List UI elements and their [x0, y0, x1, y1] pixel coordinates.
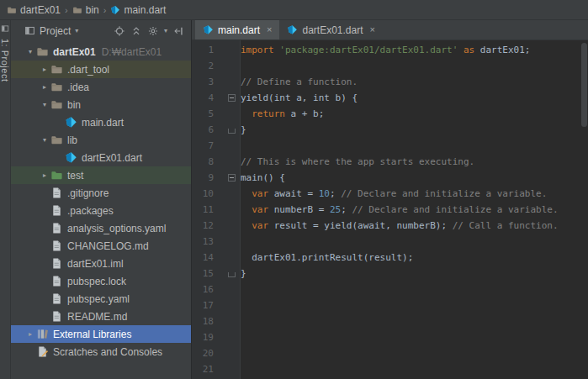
- code-line-19[interactable]: 19: [192, 329, 588, 345]
- tree-item-External Libraries[interactable]: ▸External Libraries: [11, 325, 191, 343]
- close-tab-icon[interactable]: ×: [370, 25, 375, 34]
- file-icon: [50, 310, 63, 323]
- token: dartEx01;: [474, 45, 530, 55]
- code-text: // This is where the app starts executin…: [241, 154, 474, 170]
- tree-item-analysis_options.yaml[interactable]: analysis_options.yaml: [11, 219, 191, 237]
- gear-icon[interactable]: [147, 25, 159, 37]
- tree-item-main.dart[interactable]: main.dart: [11, 113, 191, 131]
- code-line-16[interactable]: 16: [192, 282, 588, 297]
- expand-arrow-icon[interactable]: ▾: [24, 48, 36, 55]
- code-area[interactable]: 1import 'package:dartEx01/dartEx01.dart'…: [192, 40, 588, 377]
- project-view-selector[interactable]: Project ▾: [24, 25, 78, 37]
- breadcrumb-separator-icon: ›: [65, 5, 68, 15]
- expand-arrow-icon[interactable]: ▸: [24, 330, 36, 338]
- fold-marker[interactable]: [214, 90, 241, 106]
- folder-test-icon: [50, 169, 63, 182]
- token: [241, 204, 252, 215]
- scrollbar-thumb[interactable]: [581, 43, 587, 127]
- code-line-3[interactable]: 3// Define a function.: [192, 74, 588, 90]
- tree-item-.packages[interactable]: .packages: [11, 202, 191, 219]
- file-icon: [50, 187, 63, 199]
- tree-item-.idea[interactable]: ▸.idea: [11, 78, 191, 96]
- code-line-5[interactable]: 5 return a + b;: [192, 106, 588, 122]
- code-line-20[interactable]: 20: [192, 345, 588, 361]
- code-line-13[interactable]: 13: [192, 234, 588, 250]
- tree-item-label: lib: [67, 134, 77, 146]
- project-view-icon: [24, 25, 35, 36]
- close-tab-icon[interactable]: ×: [267, 25, 272, 34]
- line-number: 15: [192, 266, 214, 282]
- file-icon: [50, 240, 63, 252]
- tree-item-.gitignore[interactable]: .gitignore: [11, 184, 191, 202]
- line-number: 16: [192, 282, 214, 297]
- code-line-4[interactable]: 4yield(int a, int b) {: [192, 90, 588, 106]
- code-line-15[interactable]: 15}: [192, 266, 588, 282]
- dart-icon: [65, 116, 77, 129]
- code-line-17[interactable]: 17: [192, 297, 588, 313]
- breadcrumb-item-main.dart[interactable]: main.dart: [110, 4, 166, 16]
- code-line-14[interactable]: 14 dartEx01.printResult(result);: [192, 250, 588, 266]
- tree-item-CHANGELOG.md[interactable]: CHANGELOG.md: [11, 237, 191, 255]
- breadcrumb-label: bin: [86, 4, 99, 16]
- fold-marker[interactable]: [214, 122, 241, 138]
- code-line-11[interactable]: 11 var numberB = 25; // Declare and init…: [192, 202, 588, 218]
- code-line-2[interactable]: 2: [192, 58, 588, 74]
- token: [241, 108, 252, 119]
- token: [241, 220, 252, 231]
- code-line-1[interactable]: 1import 'package:dartEx01/dartEx01.dart'…: [192, 42, 588, 58]
- tab-label: main.dart: [218, 24, 260, 36]
- breadcrumb-item-bin[interactable]: bin: [72, 4, 99, 16]
- editor-scrollbar[interactable]: [580, 40, 588, 379]
- tab-dartEx01.dart[interactable]: dartEx01.dart×: [279, 20, 382, 39]
- expand-arrow-icon[interactable]: ▾: [39, 101, 50, 108]
- fold-marker[interactable]: [214, 170, 241, 186]
- tree-item-README.md[interactable]: README.md: [11, 308, 191, 325]
- breadcrumb-item-dartEx01[interactable]: dartEx01: [7, 4, 61, 16]
- project-view-label: Project: [40, 25, 71, 37]
- tree-item-label: test: [67, 170, 83, 182]
- fold-gutter: [214, 218, 241, 234]
- fold-gutter: [214, 345, 241, 361]
- code-line-8[interactable]: 8// This is where the app starts executi…: [192, 154, 588, 170]
- collapse-all-icon[interactable]: [130, 25, 142, 37]
- tree-item-dartEx01[interactable]: ▾dartEx01D:₩dartEx01: [11, 43, 191, 61]
- tree-item-bin[interactable]: ▾bin: [11, 96, 191, 113]
- tree-item-lib[interactable]: ▾lib: [11, 131, 191, 149]
- tool-stripe-project-button[interactable]: 1: Project: [0, 39, 10, 82]
- code-line-18[interactable]: 18: [192, 313, 588, 329]
- editor-body: 1import 'package:dartEx01/dartEx01.dart'…: [192, 40, 588, 379]
- tree-item-dartEx01.iml[interactable]: dartEx01.iml: [11, 255, 191, 272]
- code-line-6[interactable]: 6}: [192, 122, 588, 138]
- hide-panel-icon[interactable]: [172, 25, 184, 37]
- expand-arrow-icon[interactable]: ▸: [39, 83, 50, 91]
- line-number: 14: [192, 250, 214, 266]
- line-number: 10: [192, 186, 214, 202]
- expand-arrow-icon[interactable]: ▸: [39, 66, 50, 73]
- main-area: 1: Project Project ▾ ▾ ▾dartEx01D:₩dartE…: [0, 20, 588, 379]
- tab-main.dart[interactable]: main.dart×: [195, 20, 279, 39]
- tree-item-dartEx01.dart[interactable]: dartEx01.dart: [11, 149, 191, 166]
- scratch-icon: [36, 345, 49, 358]
- token: a + b;: [285, 108, 324, 119]
- expand-arrow-icon[interactable]: ▸: [39, 171, 50, 179]
- folder-icon: [50, 134, 63, 146]
- code-line-12[interactable]: 12 var result = yield(await, numberB); /…: [192, 218, 588, 234]
- tree-item-.dart_tool[interactable]: ▸.dart_tool: [11, 61, 191, 78]
- code-line-21[interactable]: 21: [192, 361, 588, 377]
- expand-arrow-icon[interactable]: ▾: [39, 136, 50, 144]
- project-tree: ▾dartEx01D:₩dartEx01▸.dart_tool▸.idea▾bi…: [11, 41, 191, 379]
- code-line-9[interactable]: 9main() {: [192, 170, 588, 186]
- tree-item-label: dartEx01: [53, 46, 96, 58]
- tree-item-test[interactable]: ▸test: [11, 166, 191, 184]
- locate-icon[interactable]: [114, 25, 125, 37]
- token: ;: [341, 204, 352, 215]
- tree-item-pubspec.yaml[interactable]: pubspec.yaml: [11, 290, 191, 308]
- tree-item-Scratches and Consoles[interactable]: Scratches and Consoles: [11, 343, 191, 361]
- fold-icon: [228, 129, 236, 134]
- code-line-7[interactable]: 7: [192, 138, 588, 154]
- tree-item-pubspec.lock[interactable]: pubspec.lock: [11, 272, 191, 290]
- line-number: 13: [192, 234, 214, 250]
- fold-marker[interactable]: [214, 266, 241, 282]
- code-line-10[interactable]: 10 var await = 10; // Declare and initia…: [192, 186, 588, 202]
- token: }: [241, 268, 246, 279]
